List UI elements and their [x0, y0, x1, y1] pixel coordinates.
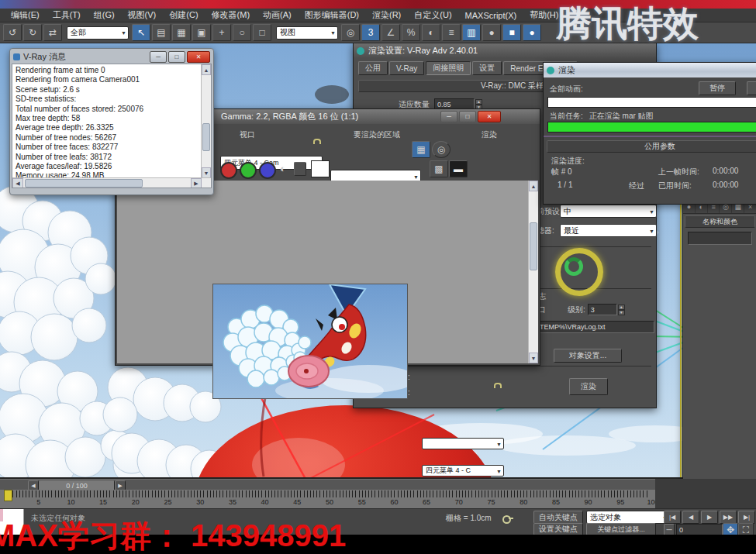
current-time-field[interactable]: 0: [676, 524, 723, 535]
minimize-button[interactable]: ─: [150, 51, 167, 63]
go-start-button[interactable]: |◀: [664, 511, 681, 524]
key-filters-button[interactable]: 关键点过滤器...: [586, 523, 656, 535]
minimize-button[interactable]: ─: [440, 111, 457, 122]
set-key-button[interactable]: 设置关键点: [533, 523, 583, 535]
name-color-rollout[interactable]: 名称和颜色: [685, 215, 755, 228]
select-by-name-icon[interactable]: ▤: [152, 24, 171, 41]
log-level-field[interactable]: 3: [588, 304, 617, 315]
render-setup-tab-间接照明[interactable]: 间接照明: [426, 61, 471, 75]
monochrome-icon[interactable]: [294, 162, 306, 176]
render-setup-titlebar[interactable]: 渲染设置: V-Ray Adv 2.40.01: [354, 43, 656, 58]
close-button[interactable]: ✕: [478, 111, 501, 122]
maximize-button[interactable]: □: [168, 51, 185, 63]
view-dropdown[interactable]: 四元菜单 4 - C: [422, 465, 504, 477]
ruler-label-90: 90: [585, 498, 592, 506]
red-channel-icon[interactable]: [220, 162, 237, 179]
vray-log-vscrollbar[interactable]: ▲ ▼: [201, 64, 211, 178]
vray-log-titlebar[interactable]: V-Ray 消息 ─ □ ✕: [12, 50, 212, 64]
log-line-2: Scene setup: 2.6 s: [16, 85, 208, 95]
scale-icon[interactable]: □: [253, 24, 271, 41]
clear-color-swatch[interactable]: [311, 160, 330, 177]
render-setup-icon[interactable]: ■: [502, 24, 521, 41]
menu-item-4[interactable]: 创建(C): [169, 9, 198, 21]
menu-item-5[interactable]: 修改器(M): [212, 9, 250, 21]
frame-canvas[interactable]: ▲ ▼: [117, 181, 538, 363]
layers-icon[interactable]: ▩: [430, 160, 448, 177]
ruler-label-35: 35: [229, 498, 236, 506]
select-object-icon[interactable]: ↖: [132, 24, 150, 41]
frame-canvas-scrollbar[interactable]: ▲ ▼: [528, 181, 538, 363]
move-icon[interactable]: +: [212, 24, 231, 41]
window-crossing-icon[interactable]: ▣: [192, 24, 211, 41]
select-link-icon[interactable]: ⇄: [43, 24, 62, 41]
menu-item-6[interactable]: 动画(A): [263, 9, 292, 21]
cancel-button[interactable]: 取消: [747, 81, 756, 95]
object-settings-button[interactable]: 对象设置...: [554, 349, 622, 363]
menu-item-9[interactable]: 自定义(U): [414, 9, 451, 21]
alpha-channel-icon[interactable]: ◐: [280, 163, 286, 174]
preset-dropdown[interactable]: [422, 438, 504, 449]
maxscript-mini-listener[interactable]: [0, 509, 24, 535]
prev-key-button[interactable]: ◀: [682, 511, 699, 524]
vray-log-hscrollbar[interactable]: ◀ ▶: [12, 177, 211, 188]
time-slider-track[interactable]: ◀ 0 / 100 ▶: [0, 479, 655, 490]
next-key-button[interactable]: ▶▶: [720, 511, 737, 524]
auto-region-icon[interactable]: ◎: [432, 141, 450, 158]
use-center-icon[interactable]: ◎: [341, 24, 360, 41]
material-editor-icon[interactable]: ●: [482, 24, 501, 41]
menu-item-2[interactable]: 组(G): [94, 9, 115, 21]
object-name-field[interactable]: [688, 232, 752, 245]
menu-item-10[interactable]: MAXScript(X): [465, 11, 517, 20]
last-frame-time-label: 上一帧时间:: [658, 167, 699, 177]
menu-item-0[interactable]: 编辑(E): [11, 9, 40, 21]
green-channel-icon[interactable]: [240, 162, 257, 179]
go-end-button[interactable]: ▶|: [738, 511, 755, 524]
gi-preset-dropdown[interactable]: 中: [560, 205, 657, 218]
track-icon[interactable]: ▬: [449, 160, 468, 177]
menu-item-1[interactable]: 工具(T): [53, 9, 81, 21]
render-button[interactable]: 渲染: [569, 378, 608, 395]
render-area-label: 要渲染的区域: [354, 129, 400, 140]
render-setup-tab-公用[interactable]: 公用: [358, 61, 388, 75]
key-mode-toggle[interactable]: ─: [664, 524, 675, 535]
snap-3d-icon[interactable]: 3: [361, 24, 380, 41]
maximize-button[interactable]: □: [459, 111, 476, 122]
menu-item-8[interactable]: 渲染(R): [372, 9, 401, 21]
pause-button[interactable]: 暂停: [699, 81, 736, 95]
menu-item-3[interactable]: 视图(V): [128, 9, 157, 21]
ref-coord-dropdown[interactable]: 视图: [276, 26, 338, 40]
selection-filter-dropdown[interactable]: 全部: [67, 26, 129, 40]
frame-zero-marker[interactable]: [4, 490, 12, 501]
vray-log-window: V-Ray 消息 ─ □ ✕ Rendering frame at time 0…: [9, 48, 214, 195]
menu-item-7[interactable]: 图形编辑器(D): [305, 9, 359, 21]
rect-region-icon[interactable]: ▦: [172, 24, 191, 41]
layer-manager-icon[interactable]: ▥: [462, 24, 481, 41]
ruler-label-40: 40: [261, 498, 269, 506]
rotate-icon[interactable]: ○: [233, 24, 251, 41]
undo-icon[interactable]: ↺: [3, 24, 22, 41]
render-production-icon[interactable]: ●: [523, 24, 541, 41]
log-path-field[interactable]: %TEMP%\VRayLog.txt: [530, 321, 654, 333]
gi-filter-dropdown[interactable]: 最近: [560, 224, 657, 237]
redo-icon[interactable]: ↻: [23, 24, 42, 41]
track-bar[interactable]: 5101520253035404550556065707580859095100: [0, 490, 655, 508]
angle-snap-icon[interactable]: ∠: [381, 24, 400, 41]
common-params-rollout[interactable]: 公用参数: [547, 140, 756, 153]
menu-item-11[interactable]: 帮助(H): [530, 9, 558, 21]
log-line-3: SD-tree statistics:: [16, 95, 208, 104]
render-setup-tab-设置[interactable]: 设置: [472, 61, 502, 75]
edit-region-icon[interactable]: ▦: [412, 141, 430, 158]
align-icon[interactable]: ≡: [442, 24, 461, 41]
progress-titlebar[interactable]: 渲染: [544, 63, 756, 77]
log-line-8: Number of tree faces: 832277: [16, 143, 208, 152]
close-button[interactable]: ✕: [187, 51, 210, 63]
log-level-spinner[interactable]: ▲▼: [618, 305, 625, 315]
selection-set-dropdown[interactable]: 选定对象: [586, 511, 670, 524]
percent-snap-icon[interactable]: %: [402, 24, 420, 41]
mirror-icon[interactable]: ◐: [422, 24, 440, 41]
render-setup-tab-V-Ray[interactable]: V-Ray: [389, 61, 424, 75]
blue-channel-icon[interactable]: [259, 162, 276, 179]
auto-key-button[interactable]: 自动关键点: [533, 511, 583, 524]
frame-window-title: Gamma: 2.2, RGBA 颜色 16 位 (1:1): [221, 111, 358, 122]
play-button[interactable]: ▶: [701, 511, 718, 524]
